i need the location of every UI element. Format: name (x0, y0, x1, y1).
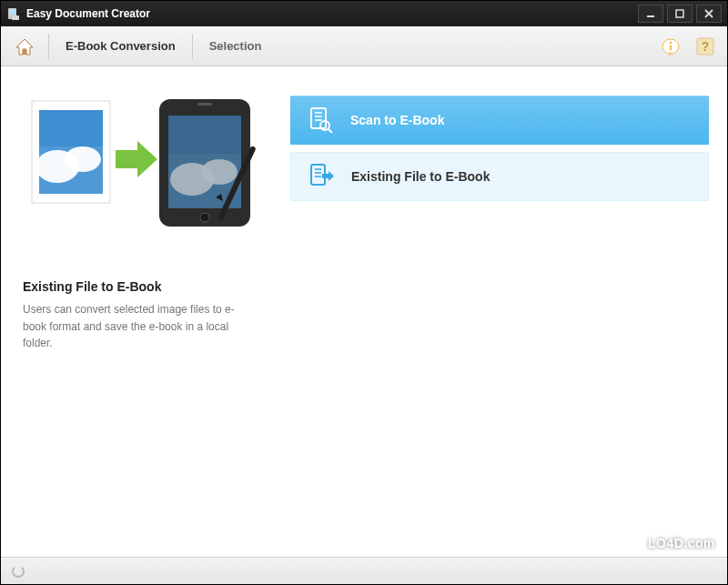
breadcrumb-sub: Selection (202, 39, 269, 53)
svg-rect-20 (168, 116, 241, 154)
svg-rect-13 (39, 110, 103, 146)
info-button[interactable] (658, 34, 683, 59)
option-label: Existing File to E-Book (351, 169, 490, 184)
svg-rect-1 (9, 9, 15, 15)
svg-point-23 (200, 213, 209, 222)
svg-rect-2 (12, 15, 19, 20)
window-titlebar: Easy Document Creator (1, 1, 727, 26)
toolbar: E-Book Conversion Selection ? (1, 26, 727, 66)
app-icon (6, 6, 21, 21)
svg-rect-24 (197, 103, 212, 106)
svg-marker-38 (329, 171, 334, 181)
window-minimize-button[interactable] (638, 5, 663, 23)
arrow-right-icon (116, 141, 157, 177)
document-scan-icon (307, 106, 334, 136)
option-label: Scan to E-Book (350, 113, 444, 127)
status-bar (1, 557, 727, 584)
svg-point-15 (65, 146, 101, 172)
svg-rect-16 (116, 150, 137, 168)
svg-rect-4 (676, 10, 683, 17)
toolbar-divider (192, 34, 193, 59)
home-icon (12, 34, 37, 59)
breadcrumb-section[interactable]: E-Book Conversion (58, 39, 183, 53)
help-button[interactable]: ? (693, 34, 718, 59)
option-scan-to-ebook[interactable]: Scan to E-Book (290, 96, 709, 145)
svg-rect-37 (322, 174, 329, 178)
panel-title: Existing File to E-Book (23, 279, 278, 294)
svg-rect-27 (311, 108, 326, 128)
panel-description: Users can convert selected image files t… (23, 301, 250, 352)
svg-rect-3 (647, 15, 654, 17)
info-icon (661, 36, 681, 56)
svg-rect-8 (670, 45, 672, 50)
window-title: Easy Document Creator (26, 7, 634, 20)
svg-line-32 (329, 129, 332, 133)
svg-rect-5 (23, 49, 26, 55)
window-close-button[interactable] (696, 5, 722, 23)
window-maximize-button[interactable] (667, 5, 693, 23)
conversion-illustration (23, 88, 259, 234)
home-button[interactable] (10, 32, 39, 61)
svg-point-22 (201, 159, 238, 185)
help-icon: ? (695, 36, 715, 56)
option-existing-file-to-ebook[interactable]: Existing File to E-Book (290, 152, 709, 201)
document-arrow-icon (308, 162, 335, 192)
loading-spinner-icon (12, 565, 25, 578)
svg-marker-17 (137, 141, 157, 177)
svg-point-7 (670, 41, 672, 44)
toolbar-divider (48, 34, 49, 59)
svg-text:?: ? (702, 39, 710, 54)
